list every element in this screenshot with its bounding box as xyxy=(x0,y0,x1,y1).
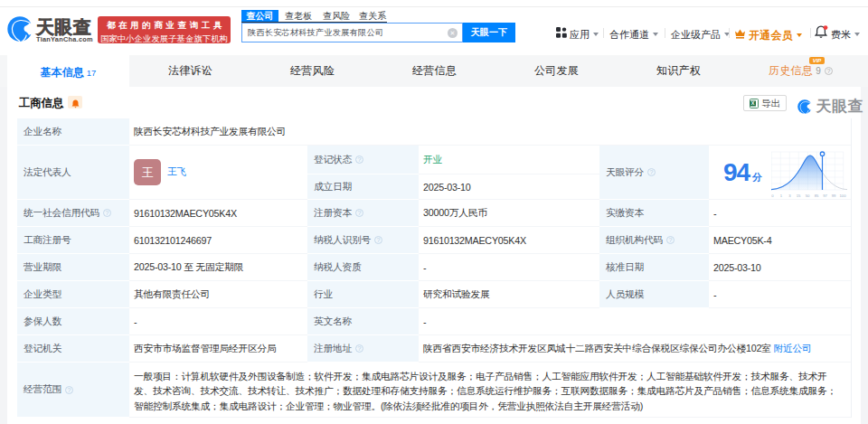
svg-text:100: 100 xyxy=(840,193,847,198)
svg-text:85: 85 xyxy=(815,193,819,198)
svg-text:1: 1 xyxy=(780,193,783,198)
svg-text:97: 97 xyxy=(823,193,827,198)
svg-text:15: 15 xyxy=(797,193,801,198)
svg-text:99: 99 xyxy=(832,193,836,198)
svg-text:X: X xyxy=(751,100,755,106)
svg-text:50: 50 xyxy=(806,193,810,198)
svg-text:0: 0 xyxy=(771,193,774,198)
svg-text:3: 3 xyxy=(788,193,791,198)
